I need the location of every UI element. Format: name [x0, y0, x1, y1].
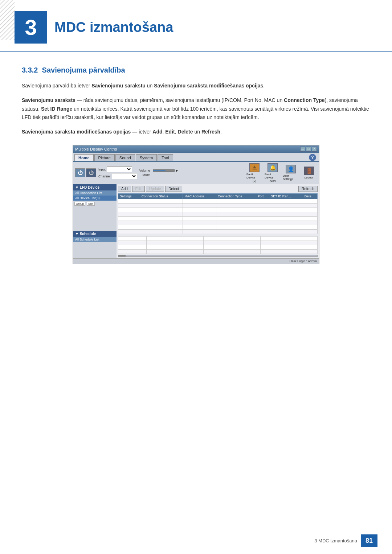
volume-row: Volume ▶ [139, 169, 178, 172]
user-settings-icon: 👤 [286, 165, 296, 173]
fault-device-alert-icon: 🔔 [268, 163, 278, 172]
chapter-title: MDC izmantošana [54, 20, 173, 35]
power-on-icon[interactable]: ⏻ [75, 168, 85, 177]
mute-row: ―Mute― [139, 173, 178, 177]
corner-decoration [0, 0, 15, 40]
logout-label: Logout [305, 176, 313, 179]
section-title: 3.3.2 Savienojuma pārvaldība [22, 66, 370, 74]
col-settings: Settings [118, 193, 140, 199]
schedule-header[interactable]: ▼ Schedule [73, 231, 117, 237]
tab-home[interactable]: Home [74, 154, 94, 161]
paragraph-2: Savienojumu saraksts — rāda savienojumu … [22, 96, 370, 122]
page-header: 3 MDC izmantošana [0, 0, 392, 52]
all-connection-list-item[interactable]: All Connection List [73, 190, 117, 196]
help-button[interactable]: ? [309, 154, 316, 161]
volume-label: Volume [139, 169, 150, 172]
group-row: Group Edit [74, 201, 116, 206]
volume-group: Volume ▶ ―Mute― [139, 169, 178, 177]
input-row: Input [98, 166, 137, 172]
schedule-section: ▼ Schedule All Schedule List [73, 231, 117, 254]
footer-chapter-text: 3 MDC izmantošana [314, 538, 357, 543]
user-settings-item[interactable]: 👤 User Settings [283, 165, 299, 181]
col-connection-status: Connection Status [140, 193, 183, 199]
table-row[interactable] [118, 229, 318, 234]
detect-button[interactable]: Detect [165, 186, 182, 192]
toolbar: ⏻ ⏻ Input Channel Volume [73, 162, 319, 184]
update-button[interactable]: Update [146, 186, 164, 192]
all-schedule-list-item[interactable]: All Schedule List [73, 237, 117, 242]
add-button[interactable]: Add [118, 186, 131, 192]
all-device-list-item[interactable]: All Device List(0) [73, 196, 117, 201]
refresh-button[interactable]: Refresh [298, 186, 318, 192]
app-title: Multiple Display Control [75, 147, 117, 151]
fault-device-alert-item[interactable]: 🔔 Fault Device Alert [265, 163, 281, 182]
col-dete: Dete [303, 193, 317, 199]
titlebar: Multiple Display Control — □ ✕ [73, 145, 319, 153]
fault-device-0-icon: ⚠ [249, 163, 260, 172]
schedule-row[interactable] [118, 236, 318, 241]
fault-device-0-count: (0) [253, 179, 256, 182]
edit-button[interactable]: Edit [132, 186, 145, 192]
fault-device-alert-sub: Alert [270, 179, 275, 182]
schedule-table [118, 236, 318, 254]
content-area: 3.3.2 Savienojuma pārvaldība Savienojuma… [0, 66, 392, 295]
chapter-number: 3 [15, 11, 47, 44]
window-controls[interactable]: — □ ✕ [300, 147, 317, 152]
logout-item[interactable]: 🚪 Logout [301, 167, 317, 179]
connection-table: Settings Connection Status MAC Address C… [118, 193, 318, 234]
close-button[interactable]: ✕ [312, 147, 317, 152]
channel-row: Channel [98, 173, 137, 179]
lfd-section: ▼ LFD Device All Connection List All Dev… [73, 184, 117, 230]
table-row[interactable] [118, 199, 318, 203]
horizontal-scrollbar[interactable] [118, 255, 318, 257]
table-row[interactable] [118, 216, 318, 221]
toolbar-big-icons: ⚠ Fault Device (0) 🔔 Fault Device Alert … [246, 163, 317, 182]
table-row[interactable] [118, 212, 318, 216]
input-select[interactable] [107, 166, 132, 172]
volume-arrow[interactable]: ▶ [176, 169, 178, 172]
sidebar: ▼ LFD Device All Connection List All Dev… [73, 184, 117, 258]
fault-device-0-item[interactable]: ⚠ Fault Device (0) [246, 163, 262, 182]
schedule-row[interactable] [118, 241, 318, 245]
edit-button[interactable]: Edit [87, 202, 95, 206]
action-bar: Add Edit Update Detect Refresh [118, 186, 318, 192]
col-set-id-range: SET ID Ran... [269, 193, 303, 199]
user-settings-label: User Settings [283, 174, 299, 181]
volume-slider[interactable] [153, 169, 175, 172]
table-area: Add Edit Update Detect Refresh Settings … [117, 184, 319, 258]
col-port: Port [256, 193, 269, 199]
app-screenshot: Multiple Display Control — □ ✕ Home Pict… [73, 145, 319, 264]
input-label: Input [98, 168, 106, 171]
maximize-button[interactable]: □ [306, 147, 311, 152]
navigation-tabs: Home Picture Sound System Tool ? [73, 153, 319, 162]
paragraph-3: Savienojuma saraksta modificēšanas opcij… [22, 128, 370, 136]
fault-device-0-label: Fault Device [246, 173, 262, 179]
table-row[interactable] [118, 203, 318, 208]
schedule-row[interactable] [118, 245, 318, 249]
tab-tool[interactable]: Tool [158, 154, 173, 161]
schedule-row[interactable] [118, 249, 318, 254]
channel-select[interactable] [112, 173, 137, 179]
tab-picture[interactable]: Picture [94, 154, 115, 161]
device-list: Group Edit [73, 201, 117, 230]
page-footer: 3 MDC izmantošana 81 [314, 534, 377, 547]
tab-sound[interactable]: Sound [115, 154, 135, 161]
power-off-icon[interactable]: ⏻ [86, 168, 96, 177]
input-channel-group: Input Channel [98, 166, 137, 179]
power-icon-group: ⏻ ⏻ [75, 168, 96, 177]
page-number: 81 [361, 534, 377, 547]
tab-system[interactable]: System [136, 154, 157, 161]
col-mac-address: MAC Address [183, 193, 216, 199]
main-content: ▼ LFD Device All Connection List All Dev… [73, 184, 319, 258]
logout-icon: 🚪 [304, 167, 314, 175]
lfd-header[interactable]: ▼ LFD Device [73, 184, 117, 190]
status-bar: User Login : admin [73, 258, 319, 264]
minimize-button[interactable]: — [300, 147, 305, 152]
table-row[interactable] [118, 208, 318, 212]
svg-rect-1 [0, 0, 15, 40]
user-login-status: User Login : admin [289, 259, 317, 263]
table-row[interactable] [118, 225, 318, 229]
paragraph-1: Savienojuma pārvaldība ietver Savienojum… [22, 82, 370, 90]
schedule-table-section [118, 236, 318, 254]
table-row[interactable] [118, 221, 318, 225]
